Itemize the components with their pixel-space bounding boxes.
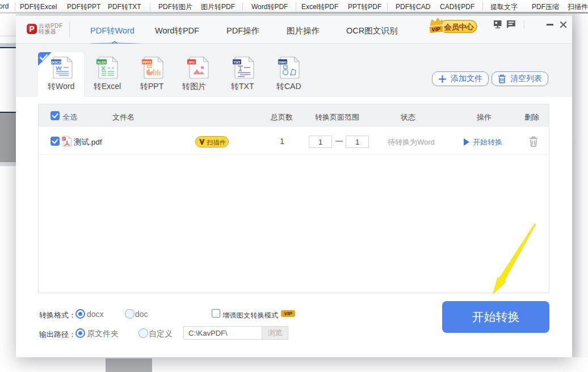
svg-text:TXT: TXT: [234, 61, 241, 64]
svg-text:扫描件: 扫描件: [207, 139, 226, 146]
svg-text:DWG: DWG: [279, 61, 287, 64]
svg-text:DOCX: DOCX: [51, 61, 61, 64]
svg-text:PPTX: PPTX: [142, 61, 152, 64]
svg-text:VIP: VIP: [431, 26, 441, 32]
svg-text:XLSX: XLSX: [97, 61, 106, 64]
svg-text:JPG: JPG: [188, 61, 195, 64]
svg-text:会员中心: 会员中心: [444, 23, 474, 31]
svg-text:P: P: [63, 137, 65, 141]
